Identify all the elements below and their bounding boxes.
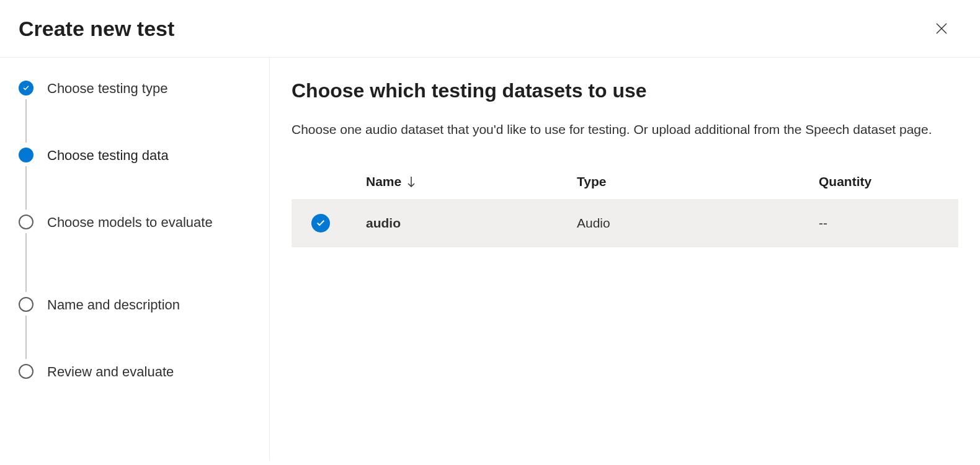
table-row[interactable]: audio Audio -- [292,199,958,247]
column-type-header[interactable]: Type [577,174,819,189]
check-icon [316,218,326,228]
step-review-evaluate[interactable]: Review and evaluate [19,363,251,382]
step-label: Choose testing type [47,79,167,99]
column-type-label: Type [577,174,606,188]
step-marker-upcoming [19,215,33,229]
step-label: Choose models to evaluate [47,213,213,232]
column-name-label: Name [366,174,401,189]
step-choose-testing-data[interactable]: Choose testing data [19,146,251,213]
wizard-sidebar: Choose testing type Choose testing data … [0,58,270,461]
close-icon [934,21,949,36]
step-connector [25,166,27,210]
row-name: audio [366,216,577,231]
column-quantity-label: Quantity [819,174,871,188]
step-name-description[interactable]: Name and description [19,296,251,363]
step-marker-upcoming [19,297,33,312]
close-button[interactable] [928,15,955,42]
row-quantity: -- [819,216,946,231]
dialog-body: Choose testing type Choose testing data … [0,58,980,461]
column-name-header[interactable]: Name [366,174,577,189]
wizard-steps: Choose testing type Choose testing data … [19,79,251,382]
step-label: Choose testing data [47,146,169,166]
step-label: Name and description [47,296,180,315]
column-quantity-header[interactable]: Quantity [819,174,946,189]
column-select [304,174,366,189]
dialog-header: Create new test [0,0,980,58]
datasets-table: Name Type Quantity audio [292,164,958,247]
table-header: Name Type Quantity [292,164,958,199]
step-marker-completed [19,81,33,95]
sort-down-icon [406,175,416,188]
check-icon [22,84,30,92]
row-type: Audio [577,216,819,231]
step-marker-upcoming [19,364,33,379]
step-label: Review and evaluate [47,363,174,382]
dialog-title: Create new test [19,17,174,41]
main-description: Choose one audio dataset that you'd like… [292,120,943,140]
main-content: Choose which testing datasets to use Cho… [270,58,980,461]
step-connector [25,99,27,143]
step-choose-testing-type[interactable]: Choose testing type [19,79,251,146]
step-choose-models[interactable]: Choose models to evaluate [19,213,251,296]
main-heading: Choose which testing datasets to use [292,79,958,102]
row-selected-checkbox[interactable] [311,214,330,232]
step-marker-current [19,148,33,162]
step-connector [25,233,27,292]
step-connector [25,316,27,359]
